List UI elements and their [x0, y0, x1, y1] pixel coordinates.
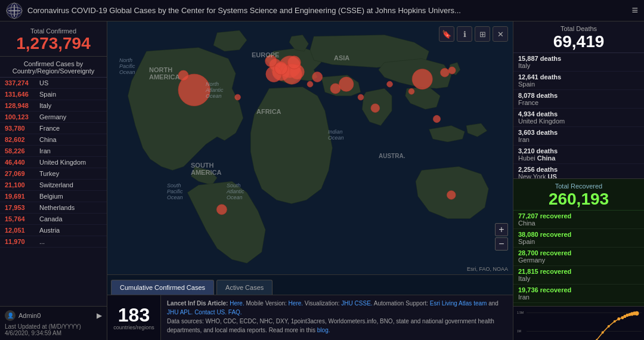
death-place: Spain: [518, 81, 639, 88]
mobile-link[interactable]: Here.: [289, 300, 303, 307]
country-item[interactable]: 100,123Germany: [0, 112, 107, 123]
country-item[interactable]: 15,764Canada: [0, 214, 107, 225]
death-place: United Kingdom: [518, 118, 639, 125]
info-text: Lancet Inf Dis Article: Here. Mobile Ver…: [161, 295, 513, 340]
country-item[interactable]: 93,780France: [0, 123, 107, 134]
esri-link[interactable]: Esri Living Atlas team: [430, 300, 487, 307]
country-count-value: 19,691: [5, 193, 39, 200]
death-count: 2,256 deaths: [518, 166, 639, 173]
death-place: Hubei China: [518, 154, 639, 162]
country-item[interactable]: 11,970...: [0, 236, 107, 248]
deaths-panel: Total Deaths 69,419 15,887 deathsItaly12…: [513, 21, 644, 179]
country-count-value: 131,646: [5, 91, 39, 98]
rec-item: 19,736 recoveredIran: [513, 285, 644, 303]
death-place: Italy: [518, 62, 639, 69]
country-count-value: 82,602: [5, 136, 39, 143]
svg-point-50: [617, 317, 620, 320]
country-item[interactable]: 337,274US: [0, 78, 107, 89]
rec-count: 21,815 recovered: [518, 268, 639, 275]
death-item: 8,078 deathsFrance: [513, 90, 644, 109]
jhu-link[interactable]: JHU CSSE.: [341, 300, 372, 307]
recovered-number: 260,193: [516, 190, 641, 209]
country-item[interactable]: 12,051Austria: [0, 225, 107, 236]
recovered-list[interactable]: 77,207 recoveredChina38,080 recoveredSpa…: [513, 211, 644, 306]
jhu-apl-link[interactable]: JHU APL.: [167, 309, 193, 316]
country-count-value: 337,274: [5, 79, 39, 86]
chart-svg: 1.5M 1M 500k February Mar: [516, 309, 642, 340]
country-count-value: 100,123: [5, 113, 39, 120]
country-count-value: 46,440: [5, 159, 39, 166]
country-item[interactable]: 58,226Iran: [0, 146, 107, 157]
deaths-list[interactable]: 15,887 deathsItaly12,641 deathsSpain8,07…: [513, 53, 644, 178]
country-item[interactable]: 27,069Turkey: [0, 168, 107, 180]
left-footer: 👤 Admin0 ▶ Last Updated at (M/D/YYYY) 4/…: [0, 306, 107, 340]
rec-item: 77,207 recoveredChina: [513, 211, 644, 229]
map-toolbar: 🔖 ℹ ⊞ ✕: [439, 26, 508, 42]
chart-area: 1.5M 1M 500k February Mar: [513, 307, 644, 340]
grid-button[interactable]: ⊞: [475, 26, 490, 42]
close-button[interactable]: ✕: [493, 26, 508, 42]
svg-point-49: [614, 320, 616, 323]
map-container[interactable]: NorthAtlanticOcean NorthPacificOcean Sou…: [107, 21, 513, 274]
country-item[interactable]: 19,691Belgium: [0, 191, 107, 202]
country-name: Germany: [39, 113, 66, 120]
svg-point-47: [602, 331, 604, 333]
country-item[interactable]: 46,440United Kingdom: [0, 157, 107, 168]
deaths-label: Total Deaths: [516, 25, 641, 32]
info-text-content: Lancet Inf Dis Article: Here. Mobile Ver…: [167, 300, 499, 333]
rec-place: Germany: [518, 256, 639, 264]
info-button[interactable]: ℹ: [457, 26, 472, 42]
country-item[interactable]: 17,953Netherlands: [0, 202, 107, 214]
svg-point-57: [634, 311, 639, 316]
blog-link[interactable]: blog.: [317, 327, 330, 333]
country-name: Spain: [39, 91, 56, 98]
rec-place: China: [518, 220, 639, 227]
tab-cumulative[interactable]: Cumulative Confirmed Cases: [111, 280, 214, 295]
contact-link[interactable]: Contact US.: [194, 309, 227, 316]
rec-count: 28,700 recovered: [518, 249, 639, 256]
rec-item: 38,080 recoveredSpain: [513, 229, 644, 248]
country-name: Netherlands: [39, 204, 75, 211]
death-count: 4,934 deaths: [518, 110, 639, 118]
country-name: ...: [39, 238, 45, 245]
rec-count: 19,736 recovered: [518, 286, 639, 293]
country-count-value: 128,948: [5, 102, 39, 109]
country-count-value: 17,953: [5, 204, 39, 211]
country-count-value: 93,780: [5, 125, 39, 132]
bookmark-button[interactable]: 🔖: [439, 26, 454, 42]
country-count-value: 12,051: [5, 227, 39, 234]
country-name: US: [39, 79, 48, 86]
country-name: Iran: [39, 147, 51, 154]
death-count: 15,887 deaths: [518, 55, 639, 62]
country-list-header: Confirmed Cases byCountry/Region/Soverei…: [0, 57, 107, 78]
country-item[interactable]: 82,602China: [0, 134, 107, 146]
recovered-header: Total Recovered 260,193: [513, 179, 644, 211]
death-item: 4,934 deathsUnited Kingdom: [513, 109, 644, 127]
country-count-value: 15,764: [5, 215, 39, 222]
rec-place: Iran: [518, 293, 639, 301]
country-count-value: 58,226: [5, 147, 39, 154]
menu-icon[interactable]: ≡: [631, 4, 638, 17]
country-count: 183: [118, 305, 150, 324]
zoom-out-button[interactable]: −: [495, 237, 508, 251]
country-count-section: 183 countries/regions: [107, 295, 161, 340]
country-name: Belgium: [39, 193, 63, 200]
zoom-in-button[interactable]: +: [495, 223, 508, 236]
faq-link[interactable]: FAQ.: [228, 309, 242, 316]
lancet-link[interactable]: Here.: [230, 300, 244, 307]
death-count: 8,078 deaths: [518, 92, 639, 99]
country-item[interactable]: 21,100Switzerland: [0, 180, 107, 191]
recovered-panel: Total Recovered 260,193 77,207 recovered…: [513, 179, 644, 307]
admin-row[interactable]: 👤 Admin0 ▶: [5, 310, 102, 321]
deaths-header: Total Deaths 69,419: [513, 21, 644, 53]
admin-name: Admin0: [18, 312, 97, 319]
country-list[interactable]: 337,274US131,646Spain128,948Italy100,123…: [0, 78, 107, 306]
tab-active[interactable]: Active Cases: [216, 280, 273, 295]
death-item: 2,256 deathsNew York US: [513, 164, 644, 178]
recovered-label: Total Recovered: [516, 183, 641, 190]
country-item[interactable]: 131,646Spain: [0, 89, 107, 100]
country-item[interactable]: 128,948Italy: [0, 100, 107, 112]
arrow-icon: ▶: [97, 311, 102, 320]
rec-place: Spain: [518, 238, 639, 245]
rec-item: 28,700 recoveredGermany: [513, 248, 644, 266]
